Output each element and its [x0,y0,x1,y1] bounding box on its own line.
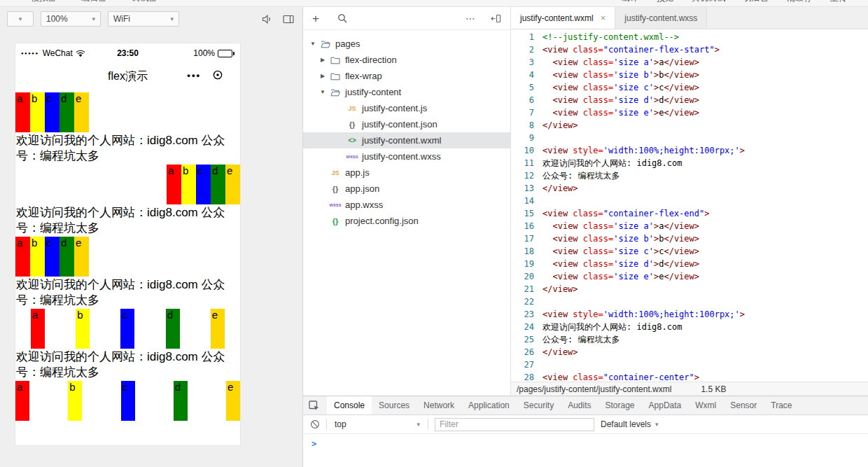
toolbar-button-清缓存[interactable]: 清缓存 [787,0,812,4]
file-label: project.config.json [345,216,419,226]
capsule-target-icon[interactable] [212,69,223,81]
code-line: 26</view> [511,346,868,358]
zoom-select[interactable]: 100% ▾ [41,11,101,27]
json-glyph: {} [332,185,339,193]
sound-icon[interactable] [262,15,273,24]
welcome-text: 欢迎访问我的个人网站：idig8.com 公众号：编程坑太多 [15,349,240,381]
code-line: 8</view> [511,119,868,132]
code-line: 11欢迎访问我的个人网站: idig8.com [511,157,868,169]
line-number: 21 [511,283,534,295]
chevron-icon[interactable]: ▶ [318,57,327,63]
tree-file-justify-content.json[interactable]: {}justify-content.json [303,116,510,132]
search-icon[interactable] [337,13,347,23]
toolbar-button-模拟器[interactable]: 模拟器 [31,0,56,4]
console-tab-wxml[interactable]: Wxml [688,396,723,414]
console-tab-application[interactable]: Application [461,396,517,414]
log-levels-select[interactable]: Default levels ▾ [601,419,659,429]
code-text: <view class='size e'>e</view> [534,270,699,283]
console-tab-audits[interactable]: Audits [561,396,598,414]
console-tab-console[interactable]: Console [327,396,372,414]
context-select[interactable]: top ▾ [333,419,421,429]
flex-bar-e: e [211,309,225,349]
chevron-icon[interactable]: ▶ [318,73,327,79]
line-number: 18 [511,245,534,258]
top-toolbar-left: 模拟器编辑器调试器 [31,0,157,4]
code-lines[interactable]: 1<!--justify-content.wxml-->2<view class… [511,29,868,382]
divider [326,419,327,430]
console-tab-security[interactable]: Security [517,396,561,414]
code-line: 9 [511,132,868,144]
close-tab-icon[interactable]: × [601,13,606,23]
code-text: </view> [534,119,578,132]
console-tab-network[interactable]: Network [416,396,461,414]
code-text: <view class="container-flex-start"> [534,43,720,56]
tree-folder-flex-direction[interactable]: ▶flex-direction [303,52,510,68]
json-glyph: {} [349,120,356,129]
toolbar-button-上传[interactable]: 上传 [830,0,847,4]
tree-folder-pages[interactable]: ▼pages [303,36,510,52]
tree-file-justify-content.wxss[interactable]: wxssjustify-content.wxss [303,148,510,165]
flex-bar-b: b [30,237,45,277]
tree-file-app.json[interactable]: {}app.json [303,181,510,197]
console-output[interactable]: > [303,434,868,449]
code-text: <!--justify-content.wxml--> [534,31,679,43]
tree-folder-flex-wrap[interactable]: ▶flex-wrap [303,68,510,84]
flex-bar-c: c [196,165,211,204]
editor-tab-justify-content.wxss[interactable]: justify-content.wxss [615,7,707,29]
toolbar-button-调试器[interactable]: 调试器 [132,0,157,4]
tree-file-app.js[interactable]: JSapp.js [303,165,510,181]
tree-file-project.config.json[interactable]: {}project.config.json [303,213,510,229]
toolbar-button-编译[interactable]: 编译 [622,0,638,4]
code-line: 24欢迎访问我的个人网站: idig8.com [511,321,868,333]
filter-input[interactable] [435,418,594,431]
device-select[interactable]: ▾ [7,11,34,27]
menu-dots-icon[interactable]: ••• [187,70,201,81]
flex-demo-row: abcde [15,165,240,204]
zoom-value: 100% [46,14,68,24]
editor-tab-justify-content.wxml[interactable]: justify-content.wxml× [511,7,615,29]
chevron-icon[interactable]: ▼ [318,89,327,95]
toolbar-button-切后台[interactable]: 切后台 [743,0,769,4]
toolbar-button-真机调试[interactable]: 真机调试 [692,0,725,4]
add-file-icon[interactable]: + [312,13,319,25]
network-select[interactable]: WiFi ▾ [108,11,179,27]
flex-demo-row: abcde [15,237,240,277]
wxss-file-icon: wxss [327,202,344,207]
tree-file-justify-content.js[interactable]: JSjustify-content.js [303,100,510,116]
flex-bar-d: d [166,309,180,349]
code-line: 18 <view class='size c'>c</view> [511,245,868,258]
file-label: justify-content.wxml [362,135,441,146]
battery-percent: 100% [193,48,215,58]
more-options-icon[interactable]: ⋯ [465,13,475,24]
console-tab-storage[interactable]: Storage [598,396,642,414]
tree-file-justify-content.wxml[interactable]: <>justify-content.wxml [303,132,510,148]
top-toolbar-right: 编译预览真机调试切后台清缓存上传 [622,0,847,4]
line-number: 27 [511,358,534,371]
console-tab-sources[interactable]: Sources [372,396,416,414]
toolbar-button-编辑器[interactable]: 编辑器 [81,0,106,4]
collapse-panel-icon[interactable] [491,14,501,23]
context-value: top [335,419,346,429]
line-number: 12 [511,169,534,182]
tree-file-app.wxss[interactable]: wxssapp.wxss [303,197,510,213]
flex-bar-b: b [181,165,196,204]
console-tab-sensor[interactable]: Sensor [723,396,764,414]
code-text: </view> [534,346,578,358]
line-number: 7 [511,106,534,119]
tree-folder-justify-content[interactable]: ▼justify-content [303,84,510,100]
folder-icon [327,56,344,64]
flex-bar-c: c [120,309,134,349]
detach-window-icon[interactable] [283,15,294,24]
code-text: 公众号: 编程坑太多 [534,333,620,346]
clear-console-icon[interactable] [310,419,320,429]
flex-bar-d: d [174,381,188,421]
console-tab-appdata[interactable]: AppData [642,396,689,414]
console-tab-trace[interactable]: Trace [764,396,799,414]
inspect-element-icon[interactable] [309,400,320,411]
editor-status-bar: /pages/justify-content/justify-content.w… [511,382,868,396]
chevron-icon[interactable]: ▼ [309,41,317,47]
code-line: 20 <view class='size e'>e</view> [511,270,868,283]
toolbar-button-预览[interactable]: 预览 [657,0,673,4]
code-line: 27 [511,358,868,371]
line-number: 20 [511,270,534,283]
